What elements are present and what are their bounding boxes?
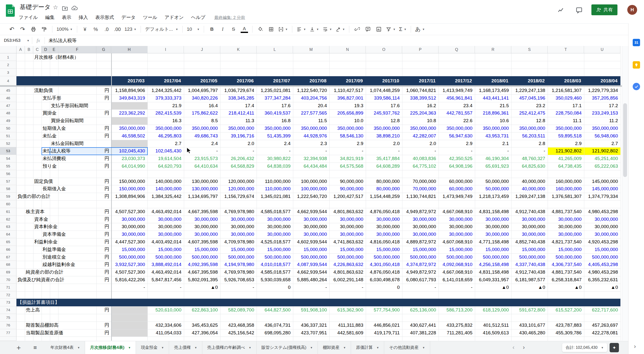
sheet-title-cell[interactable]: 月次推移（財務4表）: [34, 53, 79, 61]
row-header[interactable]: 72: [0, 291, 16, 299]
date-column-header[interactable]: 2017/08: [293, 76, 326, 85]
data-cell[interactable]: 500,000,000: [329, 254, 363, 261]
data-cell[interactable]: -: [220, 284, 254, 291]
date-column-header[interactable]: 2017/09: [329, 76, 363, 85]
data-cell[interactable]: 21.5: [475, 102, 509, 110]
data-cell[interactable]: 432,334,606: [148, 322, 182, 329]
row-label-cell[interactable]: 売上高: [26, 306, 40, 314]
data-cell[interactable]: 40,000,000: [511, 185, 545, 193]
row-header[interactable]: 53: [0, 147, 16, 155]
data-cell[interactable]: 339,586,114: [366, 94, 400, 102]
row-label-cell[interactable]: 当期製品製造原価: [26, 329, 63, 337]
data-cell[interactable]: 340,820,226: [184, 94, 218, 102]
row-header[interactable]: 45: [0, 87, 16, 94]
data-cell[interactable]: 30,000,000: [438, 216, 472, 223]
text-rotation-button[interactable]: ▼: [336, 25, 345, 34]
data-cell[interactable]: 30,000,000: [402, 223, 436, 230]
unit-cell[interactable]: 円: [96, 185, 109, 193]
row-header[interactable]: 76: [0, 322, 16, 329]
data-cell[interactable]: 6,049,331,957: [475, 276, 509, 284]
data-cell[interactable]: 6,002,291,148: [329, 276, 363, 284]
functions-button[interactable]: Σ▼: [399, 25, 406, 34]
row-header[interactable]: 60: [0, 200, 16, 208]
menu-item[interactable]: アドオン: [165, 14, 184, 21]
data-cell[interactable]: 2.4: [256, 140, 290, 148]
tasks-icon[interactable]: [633, 83, 640, 90]
row-label-cell[interactable]: 繰越利益剰余金: [42, 261, 75, 268]
data-cell[interactable]: 252,412,475: [511, 110, 545, 117]
data-cell[interactable]: 64,738,435: [548, 162, 582, 170]
data-cell[interactable]: 15,000,000: [184, 246, 218, 254]
data-cell[interactable]: -: [293, 147, 327, 155]
data-cell[interactable]: 1,269,247,138: [511, 193, 545, 200]
last-edit-link[interactable]: 最終編集: 2 分前: [214, 15, 245, 20]
data-cell[interactable]: 4,607,395,598: [184, 238, 218, 246]
data-cell[interactable]: 3,888,492,014: [148, 261, 182, 268]
data-cell[interactable]: 90,000,000: [329, 178, 363, 185]
data-cell[interactable]: 2.3: [293, 140, 327, 148]
data-cell[interactable]: 145,000,000: [584, 178, 618, 185]
data-cell[interactable]: 15,000,000: [548, 246, 582, 254]
data-cell[interactable]: 30,000,000: [256, 230, 290, 238]
row-header[interactable]: 48: [0, 110, 16, 117]
row-header[interactable]: 46: [0, 94, 16, 102]
data-cell[interactable]: 30,000,000: [111, 230, 145, 238]
data-cell[interactable]: 350,000,000: [475, 125, 509, 132]
unit-cell[interactable]: 円: [96, 94, 109, 102]
data-cell[interactable]: 4,306,737,540: [548, 261, 582, 268]
data-cell[interactable]: 43,953,731: [475, 132, 509, 140]
data-cell[interactable]: 218,412,411: [220, 110, 254, 117]
data-cell[interactable]: 698,095,280: [256, 329, 290, 337]
data-cell[interactable]: 17.6: [366, 102, 400, 110]
data-cell[interactable]: 59,895,518: [548, 132, 582, 140]
data-cell[interactable]: 4,949,872,972: [402, 208, 436, 216]
data-cell[interactable]: 19.3: [329, 102, 363, 110]
data-cell[interactable]: 4,010,018,577: [256, 261, 290, 268]
data-cell[interactable]: 16.8: [256, 117, 290, 125]
data-cell[interactable]: 48,760,327: [511, 155, 545, 162]
data-cell[interactable]: 586,713,200: [438, 306, 472, 314]
data-cell[interactable]: 422,278,081: [584, 329, 618, 337]
column-header[interactable]: L: [256, 46, 293, 53]
data-cell[interactable]: 64,434,484: [293, 162, 327, 170]
explore-button[interactable]: ✦: [610, 343, 619, 352]
data-cell[interactable]: 4,337,740,438: [511, 261, 545, 268]
paint-format-button[interactable]: [40, 25, 48, 34]
data-cell[interactable]: 1,244,325,442: [148, 87, 182, 94]
row-label-cell[interactable]: 預り金: [42, 162, 56, 170]
data-cell[interactable]: 64,568,829: [220, 162, 254, 170]
data-cell[interactable]: 430,627,441: [402, 322, 436, 329]
data-cell[interactable]: 4,667,395,598: [184, 268, 218, 276]
gray-cell[interactable]: [111, 322, 148, 329]
row-label-cell[interactable]: 資本準備金: [42, 230, 66, 238]
sheets-logo-icon[interactable]: [6, 4, 15, 17]
data-cell[interactable]: 350,000,000: [256, 125, 290, 132]
data-cell[interactable]: ▲0: [475, 284, 509, 291]
data-cell[interactable]: 4,607,068,910: [438, 238, 472, 246]
data-cell[interactable]: 15,000,000: [148, 246, 182, 254]
data-cell[interactable]: 644,827,500: [256, 306, 290, 314]
data-cell[interactable]: 618,129,000: [475, 306, 509, 314]
data-cell[interactable]: 4,507,527,300: [111, 208, 145, 216]
data-cell[interactable]: 500,000,000: [111, 254, 145, 261]
data-cell[interactable]: 6,080,617,793: [402, 276, 436, 284]
data-cell[interactable]: 227,577,565: [293, 110, 327, 117]
data-cell[interactable]: 4,881,737,540: [548, 268, 582, 276]
menu-item[interactable]: 編集: [45, 14, 54, 21]
unit-cell[interactable]: 円: [96, 223, 109, 230]
insert-link-button[interactable]: [354, 25, 361, 34]
data-cell[interactable]: 4,405,453,298: [584, 261, 618, 268]
data-cell[interactable]: 160,000,000: [548, 178, 582, 185]
data-cell[interactable]: 30,000,000: [111, 223, 145, 230]
row-header[interactable]: 52: [0, 140, 16, 148]
row-header[interactable]: 50: [0, 125, 16, 132]
row-header[interactable]: 1: [0, 53, 16, 61]
data-cell[interactable]: 120,000,000: [220, 185, 254, 193]
data-cell[interactable]: 457,263,697: [584, 322, 618, 329]
data-cell[interactable]: 4,667,395,598: [184, 208, 218, 216]
data-cell[interactable]: 433,101,677: [511, 322, 545, 329]
data-cell[interactable]: 30,000,000: [148, 216, 182, 223]
data-cell[interactable]: 42,350,525: [438, 155, 472, 162]
data-cell[interactable]: 5,816,422,206: [111, 276, 145, 284]
data-cell[interactable]: 140,000,000: [148, 185, 182, 193]
